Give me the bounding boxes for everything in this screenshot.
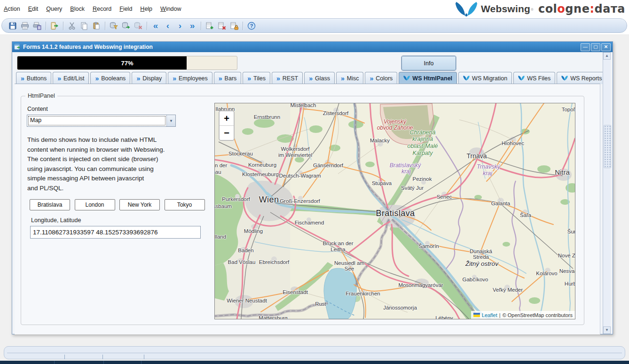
scroll-down-arrow[interactable]: ▼ <box>603 326 611 334</box>
map-label: Bratislavský <box>390 162 421 169</box>
print-list-button[interactable] <box>31 20 43 31</box>
tab-misc[interactable]: »Misc <box>336 72 364 84</box>
cut-button[interactable] <box>66 20 78 31</box>
map-label: Rust <box>315 301 326 307</box>
lock-record-button[interactable] <box>228 20 240 31</box>
next-record-button[interactable]: › <box>174 20 186 31</box>
new-york-button[interactable]: New York <box>119 199 160 210</box>
menu-help[interactable]: Help <box>140 6 152 12</box>
toolbar-separator <box>243 22 243 30</box>
tab-employees[interactable]: »Employees <box>168 72 212 84</box>
menu-block[interactable]: Block <box>70 6 85 12</box>
enter-query-button[interactable] <box>108 20 120 31</box>
map-label: Gabčíkovo <box>463 277 488 282</box>
tokyo-button[interactable]: Tokyo <box>165 199 205 210</box>
info-button[interactable]: Info <box>401 56 456 70</box>
tab-booleans[interactable]: »Booleans <box>90 72 130 84</box>
toolbar-separator <box>105 22 105 30</box>
map-label: Mosonmagyaróvár <box>398 282 443 288</box>
map-label: Topoľčany <box>562 107 575 112</box>
content-dropdown[interactable]: Map ▼ <box>27 115 176 127</box>
map-label: Bad Vöslau <box>228 259 256 265</box>
map-label: krajinná <box>412 136 433 142</box>
menu-query[interactable]: Query <box>46 6 62 12</box>
print-button[interactable] <box>19 20 31 31</box>
previous-record-button[interactable]: ‹ <box>162 20 174 31</box>
leaflet-link[interactable]: Leaflet <box>482 312 497 318</box>
map-zoom-control: + − <box>219 110 235 141</box>
save-button[interactable] <box>7 20 19 31</box>
map-panel[interactable]: llabrunnErnstbrunnMistelbachZistersdorfS… <box>214 103 575 319</box>
menu-action[interactable]: Action <box>4 6 20 12</box>
toolbar: « ‹ › » ? <box>1 18 627 33</box>
tab-label: WS Files <box>527 75 550 82</box>
chevrons-icon: » <box>57 75 61 82</box>
tab-label: Colors <box>376 75 393 82</box>
tab-colors[interactable]: »Colors <box>365 72 397 84</box>
menu-record[interactable]: Record <box>93 6 111 12</box>
city-buttons: BratislavaLondonNew YorkTokyo <box>30 199 205 210</box>
tab-rest[interactable]: »REST <box>272 72 303 84</box>
map-label: nau <box>214 169 221 175</box>
tab-bars[interactable]: »Bars <box>214 72 242 84</box>
copy-button[interactable] <box>78 20 90 31</box>
map-label: Mödling <box>244 228 263 234</box>
map-label: Trnava <box>466 152 487 160</box>
description-line: The content is injected on client side (… <box>27 155 189 164</box>
coords-input[interactable] <box>30 226 201 239</box>
tab-ws-reports[interactable]: WS Reports <box>557 72 606 84</box>
vertical-scrollbar[interactable]: ▲ ▼ <box>603 52 611 334</box>
minimize-button[interactable]: — <box>581 43 590 51</box>
enter-query-icon <box>109 21 118 31</box>
webswing-wordmark: Webswing <box>481 3 530 15</box>
map-label: Vojenský <box>384 118 406 125</box>
map-label: Deutsch-Wagram <box>279 173 321 178</box>
tab-label: WS Reports <box>570 75 602 82</box>
content-dropdown-value: Map <box>27 115 166 126</box>
toolbar-separator <box>147 22 147 30</box>
first-record-button[interactable]: « <box>149 20 162 31</box>
scrollbar-thumb[interactable] <box>604 125 611 168</box>
menu-edit[interactable]: Edit <box>28 6 39 12</box>
help-button[interactable]: ? <box>245 20 258 31</box>
tab-edit-list[interactable]: »Edit/List <box>53 72 89 84</box>
delete-record-button[interactable] <box>216 20 228 31</box>
window-title-bar[interactable]: Forms 14.1.2 features and Webswing integ… <box>12 42 613 52</box>
description-text: This demo shows how to include native HT… <box>27 135 189 193</box>
paste-button[interactable] <box>90 20 102 31</box>
map-label: Lébény <box>435 315 453 319</box>
execute-query-button[interactable] <box>120 20 132 31</box>
scroll-up-arrow[interactable]: ▲ <box>603 52 611 60</box>
brand-area: Webswing® cologne:daтa <box>455 1 625 17</box>
maximize-button[interactable]: ▢ <box>591 43 600 51</box>
london-button[interactable]: London <box>75 199 115 210</box>
tab-ws-htmlpanel[interactable]: WS HtmlPanel <box>399 72 457 84</box>
insert-record-button[interactable] <box>204 20 216 31</box>
exit-button[interactable] <box>48 20 61 31</box>
chevron-down-icon[interactable]: ▼ <box>166 115 175 126</box>
previous-record-icon: ‹ <box>166 22 169 30</box>
menu-window[interactable]: Window <box>160 6 181 12</box>
close-button[interactable]: ✕ <box>601 43 611 51</box>
last-record-button[interactable]: » <box>186 20 198 31</box>
map-label: Wolkersdorf <box>281 146 309 152</box>
bratislava-button[interactable]: Bratislava <box>30 199 70 210</box>
map-label: Hlohovec <box>502 140 524 146</box>
map-zoom-out-button[interactable]: − <box>220 126 234 140</box>
map-label: Bratislava <box>376 209 415 218</box>
map-label: Groß-Enzersdorf <box>280 198 320 204</box>
tab-tiles[interactable]: »Tiles <box>243 72 270 84</box>
execute-query-icon <box>121 21 131 31</box>
menu-field[interactable]: Field <box>119 6 132 12</box>
tab-ws-migration[interactable]: WS Migration <box>458 72 512 84</box>
toolbar-separator <box>201 22 201 30</box>
map-zoom-in-button[interactable]: + <box>220 111 234 126</box>
tab-display[interactable]: »Display <box>132 72 166 84</box>
insert-record-icon <box>205 21 214 31</box>
tab-glass[interactable]: »Glass <box>304 72 335 84</box>
content-label: Content <box>27 106 48 112</box>
status-separator <box>102 355 103 359</box>
tab-buttons[interactable]: »Buttons <box>16 72 51 84</box>
cancel-query-button[interactable] <box>132 20 144 31</box>
tab-ws-files[interactable]: WS Files <box>513 72 555 84</box>
